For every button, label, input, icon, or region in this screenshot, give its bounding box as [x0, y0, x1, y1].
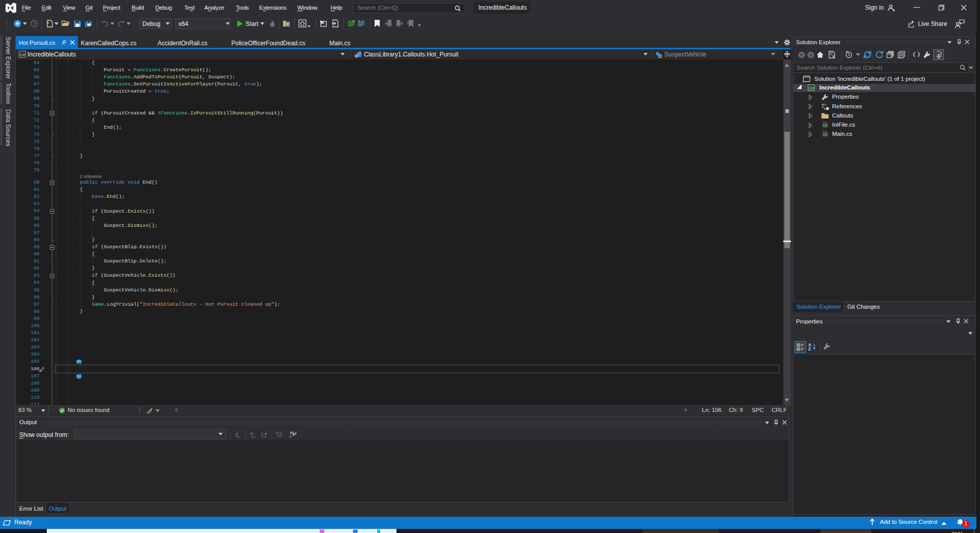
svg-text:Z: Z [808, 346, 811, 351]
svg-text:∞: ∞ [802, 79, 806, 84]
svg-text:c: c [290, 434, 292, 438]
svg-text:C#: C# [20, 52, 25, 57]
svg-text:C#: C# [823, 132, 828, 137]
svg-text:C#: C# [823, 123, 828, 128]
svg-text:ab: ab [290, 431, 294, 434]
svg-text:C#: C# [809, 86, 814, 91]
